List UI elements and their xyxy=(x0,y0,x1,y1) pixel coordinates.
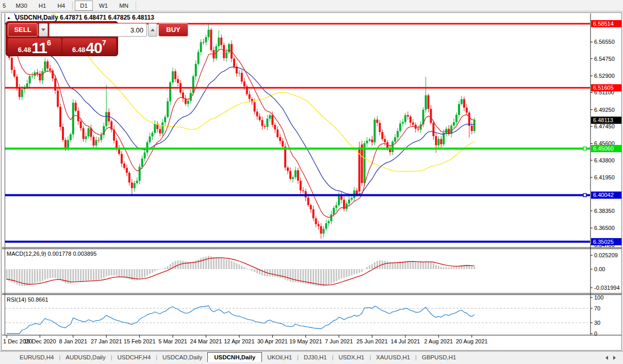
buy-price-big: 40 xyxy=(86,41,102,55)
tab-gbpusd-h1[interactable]: GBPUSD,H1 xyxy=(417,353,461,362)
svg-text:20 Aug 2021: 20 Aug 2021 xyxy=(456,338,488,344)
tabbar-scroll-arrows xyxy=(605,356,616,362)
toolbar-separator xyxy=(72,2,73,10)
svg-text:30: 30 xyxy=(594,320,600,326)
svg-text:6.35025: 6.35025 xyxy=(593,239,614,245)
svg-text:14 Jul 2021: 14 Jul 2021 xyxy=(391,338,420,344)
collapse-icon[interactable]: ▲ xyxy=(7,15,11,20)
chart-canvas[interactable]: 6.565506.547506.529006.511006.492506.474… xyxy=(2,13,621,350)
buy-price-prefix: 6.48 xyxy=(72,46,85,54)
svg-text:30 Apr 2021: 30 Apr 2021 xyxy=(257,338,288,344)
volume-decrease-button[interactable] xyxy=(39,23,48,37)
chevron-down-icon xyxy=(41,29,45,31)
chevron-up-icon xyxy=(151,29,155,31)
svg-text:6.43800: 6.43800 xyxy=(594,157,615,163)
svg-text:27 Jan 2021: 27 Jan 2021 xyxy=(91,338,122,344)
svg-text:19 May 2021: 19 May 2021 xyxy=(289,338,322,344)
sell-price-sup: 6 xyxy=(47,38,51,47)
tab-xauusd-h1[interactable]: XAUUSD,H1 xyxy=(371,353,415,362)
svg-text:6.45060: 6.45060 xyxy=(593,145,614,152)
sell-price-button[interactable]: 6.48116 xyxy=(8,38,61,56)
svg-text:15 Feb 2021: 15 Feb 2021 xyxy=(124,338,156,344)
tab-usdcnh-daily[interactable]: USDCNH,Daily xyxy=(207,352,262,362)
timeframe-button-h1[interactable]: H1 xyxy=(34,1,52,11)
svg-text:6.36500: 6.36500 xyxy=(594,225,615,231)
svg-text:6.51605: 6.51605 xyxy=(593,85,614,91)
timeframe-button-m30[interactable]: M30 xyxy=(10,1,32,11)
svg-text:6.52900: 6.52900 xyxy=(594,73,615,79)
tab-ukoil-h1[interactable]: UKOil,H1 xyxy=(262,353,297,362)
chart-symbol-label: USDCNH,Daily xyxy=(15,14,58,21)
timeframe-button-mn[interactable]: MN xyxy=(114,1,134,11)
chart-ohlc-values: 6.47871 6.48471 6.47825 6.48113 xyxy=(60,14,154,21)
svg-text:100: 100 xyxy=(594,294,603,301)
svg-text:6.49250: 6.49250 xyxy=(594,107,615,113)
svg-text:8 Jan 2021: 8 Jan 2021 xyxy=(59,338,87,344)
chart-title: ▲ USDCNH,Daily 6.47871 6.48471 6.47825 6… xyxy=(7,14,154,21)
buy-button[interactable]: BUY xyxy=(158,23,188,37)
svg-text:6.56550: 6.56550 xyxy=(594,39,615,45)
tab-usdx-h1[interactable]: USDX,H1 xyxy=(334,353,370,362)
chart-window: ▲ USDCNH,Daily 6.47871 6.48471 6.47825 6… xyxy=(1,12,622,351)
symbol-tabbar: EURUSD,H4|AUDUSD,Daily|USDCHF,H4|USDCAD,… xyxy=(0,351,623,362)
timeframe-button-w1[interactable]: W1 xyxy=(94,1,113,11)
timeframe-toolbar: 5M30H1H4D1W1MN xyxy=(0,0,623,11)
svg-text:25 Jun 2021: 25 Jun 2021 xyxy=(356,338,388,344)
svg-text:6.47450: 6.47450 xyxy=(594,123,615,129)
buy-price-sup: 7 xyxy=(102,38,106,47)
tab-audusd-daily[interactable]: AUDUSD,Daily xyxy=(60,353,110,362)
tab-usdchf-h4[interactable]: USDCHF,H4 xyxy=(112,353,156,362)
svg-text:6.41950: 6.41950 xyxy=(594,174,615,180)
svg-text:0.00: 0.00 xyxy=(594,266,605,272)
timeframe-button-h4[interactable]: H4 xyxy=(52,1,70,11)
tab-eurusd-h4[interactable]: EURUSD,H4 xyxy=(14,353,59,362)
volume-input[interactable] xyxy=(49,23,147,37)
toolbar-separator xyxy=(136,2,136,10)
svg-text:19 Dec 2020: 19 Dec 2020 xyxy=(24,338,56,344)
svg-text:6.58514: 6.58514 xyxy=(593,21,614,27)
sell-price-big: 11 xyxy=(31,41,47,55)
svg-text:70: 70 xyxy=(594,305,600,311)
tab-dj30-h1[interactable]: DJ30,H1 xyxy=(299,353,332,362)
svg-text:6.40042: 6.40042 xyxy=(593,192,614,198)
volume-increase-button[interactable] xyxy=(148,23,157,37)
tabs-scroll-left-icon[interactable] xyxy=(605,356,608,360)
tabs-scroll-right-icon[interactable] xyxy=(613,356,616,360)
rsi-indicator-label: RSI(14) 50.8661 xyxy=(7,296,48,303)
svg-text:0.025209: 0.025209 xyxy=(594,252,618,258)
svg-text:7 Jun 2021: 7 Jun 2021 xyxy=(325,338,353,344)
tab-usdcad-daily[interactable]: USDCAD,Daily xyxy=(157,353,207,362)
macd-indicator-label: MACD(12,26,9) 0.001778 0.003895 xyxy=(7,251,96,257)
one-click-trade-panel: SELL BUY 6.48116 6.48407 xyxy=(6,21,118,56)
svg-text:6.38350: 6.38350 xyxy=(594,208,615,214)
timeframe-button-d1[interactable]: D1 xyxy=(75,1,93,11)
svg-text:24 Mar 2021: 24 Mar 2021 xyxy=(190,338,222,344)
svg-text:-0.031994: -0.031994 xyxy=(594,285,620,291)
sell-button[interactable]: SELL xyxy=(8,23,38,37)
svg-text:5 Mar 2021: 5 Mar 2021 xyxy=(158,338,187,344)
svg-text:6.48113: 6.48113 xyxy=(593,117,613,123)
bottom-strip xyxy=(0,362,623,364)
svg-text:12 Apr 2021: 12 Apr 2021 xyxy=(224,338,254,344)
sell-price-prefix: 6.48 xyxy=(18,46,31,54)
svg-text:2 Aug 2021: 2 Aug 2021 xyxy=(424,338,453,344)
timeframe-button-5[interactable]: 5 xyxy=(1,1,9,11)
buy-price-button[interactable]: 6.48407 xyxy=(62,38,116,56)
svg-text:6.54750: 6.54750 xyxy=(594,56,615,62)
svg-text:0: 0 xyxy=(594,330,597,337)
